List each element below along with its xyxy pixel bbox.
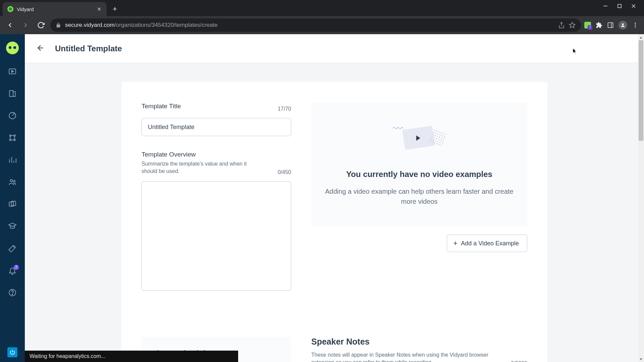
app-main: Untitled Template Template Title 17/70 — [25, 34, 644, 362]
empty-description: Adding a video example can help others l… — [325, 186, 514, 206]
add-video-button[interactable]: + Add a Video Example — [447, 235, 527, 252]
add-video-label: Add a Video Example — [461, 240, 519, 247]
right-column: 〰 You currently have no video examples A… — [311, 103, 527, 307]
svg-point-18 — [14, 139, 15, 140]
extension-badge-icon[interactable]: 7 — [584, 22, 591, 28]
profile-avatar-icon[interactable] — [619, 21, 627, 29]
overview-help: Summarize the template's value and when … — [142, 160, 262, 175]
window-controls — [583, 0, 644, 13]
close-icon[interactable] — [631, 4, 636, 10]
scroll-up-icon[interactable]: ▲ — [638, 34, 644, 40]
svg-point-9 — [635, 23, 636, 24]
url-text: secure.vidyard.com/organizations/3454320… — [65, 22, 554, 28]
rail-notifications-icon[interactable]: 7 — [7, 265, 17, 276]
extensions-icon[interactable] — [596, 22, 602, 28]
svg-marker-13 — [12, 70, 13, 73]
overview-label: Template Overview — [142, 151, 262, 158]
svg-rect-1 — [618, 4, 621, 8]
bookmark-star-icon[interactable] — [569, 22, 576, 28]
left-column: Template Title 17/70 Template Overview S… — [142, 103, 291, 307]
rail-library-icon[interactable] — [7, 66, 17, 76]
url-field[interactable]: secure.vidyard.com/organizations/3454320… — [50, 18, 581, 32]
rail-help-icon[interactable] — [7, 288, 17, 298]
svg-marker-5 — [570, 22, 575, 28]
svg-point-8 — [622, 23, 624, 25]
notification-count-badge: 7 — [14, 265, 19, 270]
speaker-heading: Speaker Notes — [311, 337, 527, 347]
svg-point-11 — [635, 26, 636, 27]
speaker-notes-block: Speaker Notes These notes will appear in… — [311, 337, 527, 362]
svg-point-19 — [10, 179, 13, 182]
rail-power-icon[interactable] — [7, 347, 17, 357]
speaker-counter: 0/5000 — [511, 360, 527, 362]
title-label: Template Title — [142, 103, 181, 110]
rail-team-icon[interactable] — [7, 177, 17, 187]
svg-point-25 — [12, 294, 13, 295]
svg-point-10 — [635, 24, 636, 25]
video-empty-state: 〰 You currently have no video examples A… — [311, 103, 527, 227]
vertical-scrollbar[interactable]: ▲ ▼ — [638, 34, 644, 362]
title-input[interactable] — [142, 118, 291, 136]
app-header: Untitled Template — [25, 34, 644, 63]
title-counter: 17/70 — [278, 106, 291, 112]
svg-point-23 — [14, 246, 15, 247]
content-scroll[interactable]: Template Title 17/70 Template Overview S… — [25, 63, 644, 362]
rail-integrations-icon[interactable] — [7, 133, 17, 143]
speaker-help: These notes will appear in Speaker Notes… — [311, 351, 489, 362]
overview-counter: 0/450 — [278, 169, 291, 175]
scroll-thumb[interactable] — [639, 40, 643, 141]
tab-bar: Vidyard ✕ + — [0, 0, 644, 16]
rail-rooms-icon[interactable] — [7, 88, 17, 99]
side-rail: 7 — [0, 34, 25, 362]
back-arrow-icon[interactable] — [36, 44, 45, 54]
status-bar: Waiting for heapanalytics.com... — [25, 351, 238, 362]
tab-title: Vidyard — [17, 6, 93, 12]
browser-tab[interactable]: Vidyard ✕ — [3, 2, 107, 16]
empty-title: You currently have no video examples — [325, 170, 514, 179]
address-bar: secure.vidyard.com/organizations/3454320… — [0, 16, 644, 34]
svg-point-20 — [13, 180, 15, 182]
lock-icon — [56, 22, 61, 28]
svg-point-17 — [9, 139, 11, 140]
nav-forward-icon[interactable] — [19, 19, 32, 31]
rail-channels-icon[interactable] — [7, 199, 17, 209]
minimize-icon[interactable] — [603, 4, 608, 10]
browser-chrome: Vidyard ✕ + secure.vidyard.com/organizat… — [0, 0, 644, 34]
side-panel-icon[interactable] — [607, 22, 614, 28]
page-title: Untitled Template — [55, 44, 122, 53]
plus-icon: + — [453, 239, 458, 248]
svg-point-15 — [9, 135, 11, 136]
nav-back-icon[interactable] — [4, 19, 16, 31]
app-logo-icon[interactable] — [6, 42, 19, 54]
svg-rect-6 — [608, 23, 613, 28]
overview-textarea[interactable] — [142, 181, 291, 291]
scroll-down-icon[interactable]: ▼ — [638, 356, 644, 362]
nav-reload-icon[interactable] — [35, 19, 47, 31]
rail-learn-icon[interactable] — [7, 221, 17, 231]
rail-insights-icon[interactable] — [7, 111, 17, 121]
tab-favicon-icon — [7, 6, 13, 12]
cursor-icon — [573, 48, 577, 54]
share-icon[interactable] — [558, 22, 565, 28]
rail-tools-icon[interactable] — [7, 243, 17, 253]
maximize-icon[interactable] — [617, 4, 622, 10]
tab-close-icon[interactable]: ✕ — [96, 6, 102, 12]
kebab-menu-icon[interactable] — [632, 22, 639, 28]
rail-analytics-icon[interactable] — [7, 155, 17, 165]
app-viewport: 7 Untitled Template Template Title 17/70 — [0, 34, 644, 362]
empty-illustration-icon: 〰 — [391, 119, 448, 156]
svg-point-16 — [14, 135, 15, 136]
form-card: Template Title 17/70 Template Overview S… — [121, 82, 547, 362]
new-tab-button[interactable]: + — [107, 2, 123, 16]
